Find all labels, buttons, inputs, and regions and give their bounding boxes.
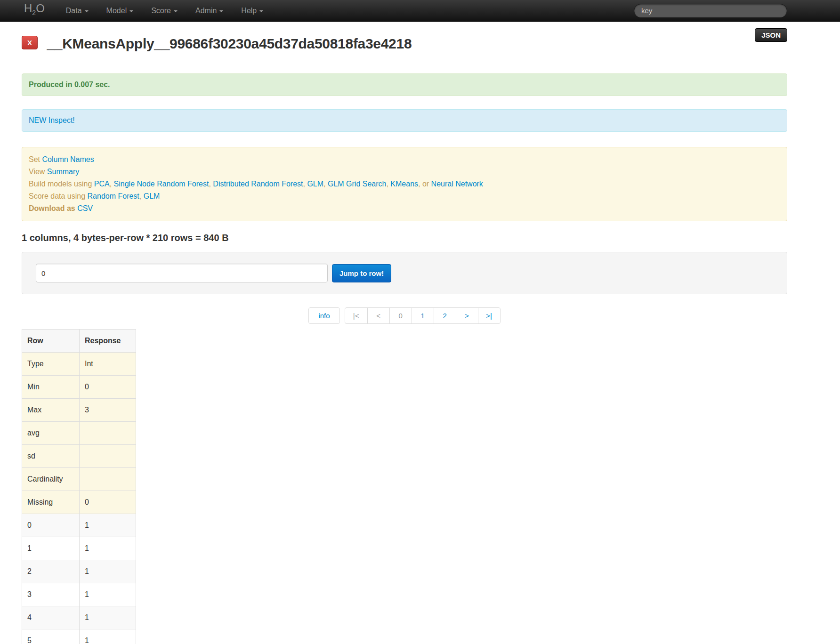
- size-heading: 1 columns, 4 bytes-per-row * 210 rows = …: [22, 233, 787, 243]
- action-link[interactable]: GLM: [307, 180, 323, 188]
- table-row: 11: [22, 537, 136, 560]
- main-content: X __KMeansApply__99686f30230a45d37da5081…: [22, 36, 787, 644]
- page-button[interactable]: 1: [412, 308, 434, 323]
- table-row: Min0: [22, 376, 136, 399]
- action-line: Build models using PCA, Single Node Rand…: [29, 178, 780, 190]
- actions-list: Set Column NamesView SummaryBuild models…: [29, 153, 780, 215]
- action-text: ,: [386, 180, 390, 188]
- action-link[interactable]: Single Node Random Forest: [114, 180, 209, 188]
- action-link[interactable]: Summary: [47, 168, 79, 176]
- action-line: View Summary: [29, 166, 780, 178]
- navbar-item-model[interactable]: Model: [97, 0, 143, 21]
- page-button: <: [367, 308, 389, 323]
- page: H2O DataModelScoreAdminHelp X __KMeansAp…: [0, 0, 840, 644]
- column-header-row: Row: [22, 330, 80, 353]
- navbar-item-score[interactable]: Score: [142, 0, 186, 21]
- action-link[interactable]: KMeans: [390, 180, 418, 188]
- table-row: 21: [22, 560, 136, 583]
- page-button[interactable]: >|: [478, 308, 500, 323]
- page-button[interactable]: 2: [434, 308, 456, 323]
- action-link[interactable]: Neural Network: [431, 180, 483, 188]
- table-row: TypeInt: [22, 353, 136, 376]
- table-row: 01: [22, 514, 136, 537]
- table-row: 41: [22, 606, 136, 629]
- table-row: Missing0: [22, 491, 136, 514]
- table-body: TypeIntMin0Max3avgsdCardinalityMissing00…: [22, 353, 136, 644]
- navbar-item-data[interactable]: Data: [57, 0, 97, 21]
- inspect-alert: NEW Inspect!: [22, 109, 787, 132]
- produced-alert: Produced in 0.007 sec.: [22, 73, 787, 96]
- page-button: |<: [345, 308, 367, 323]
- navbar-link[interactable]: Help: [232, 0, 272, 21]
- search-input[interactable]: [634, 4, 787, 18]
- pagination-group: |<<012>>|: [345, 307, 501, 324]
- close-button[interactable]: X: [22, 36, 38, 49]
- page-button[interactable]: >: [456, 308, 478, 323]
- column-header-response: Response: [80, 330, 136, 353]
- h2o-logo[interactable]: H2O: [24, 0, 45, 24]
- navbar-menu: DataModelScoreAdminHelp: [57, 0, 272, 21]
- navbar-link[interactable]: Model: [97, 0, 143, 21]
- json-button[interactable]: JSON: [755, 28, 787, 42]
- table-row: Max3: [22, 399, 136, 422]
- produced-text: Produced in 0.007 sec.: [29, 80, 110, 89]
- navbar-link[interactable]: Score: [142, 0, 186, 21]
- action-link[interactable]: CSV: [77, 204, 93, 212]
- info-button[interactable]: info: [308, 307, 339, 324]
- action-text: Score data using: [29, 192, 88, 200]
- chevron-down-icon: [219, 10, 223, 12]
- action-text: ,: [110, 180, 114, 188]
- action-text: ,: [209, 180, 213, 188]
- pagination: info |<<012>>|: [22, 307, 787, 324]
- navbar-item-help[interactable]: Help: [232, 0, 272, 21]
- table-row: 51: [22, 629, 136, 644]
- chevron-down-icon: [85, 10, 89, 12]
- action-text: ,: [323, 180, 328, 188]
- new-inspect-link[interactable]: NEW Inspect!: [29, 116, 75, 124]
- action-link[interactable]: Distributed Random Forest: [213, 180, 303, 188]
- action-text: Download as: [29, 204, 77, 212]
- table-header-row: Row Response: [22, 330, 136, 353]
- jump-panel: Jump to row!: [22, 252, 787, 294]
- action-text: ,: [139, 192, 144, 200]
- action-link[interactable]: PCA: [94, 180, 110, 188]
- navbar-link[interactable]: Data: [57, 0, 97, 21]
- table-row: 31: [22, 583, 136, 606]
- chevron-down-icon: [129, 10, 133, 12]
- page-title: __KMeansApply__99686f30230a45d37da50818f…: [47, 36, 412, 52]
- chevron-down-icon: [259, 10, 263, 12]
- navbar-inner: H2O DataModelScoreAdminHelp: [22, 0, 787, 21]
- action-text: Build models using: [29, 180, 94, 188]
- actions-box: Set Column NamesView SummaryBuild models…: [22, 147, 787, 221]
- navbar-item-admin[interactable]: Admin: [186, 0, 232, 21]
- action-text: , or: [418, 180, 431, 188]
- action-link[interactable]: Random Forest: [88, 192, 139, 200]
- page-button: 0: [389, 308, 412, 323]
- action-text: View: [29, 168, 47, 176]
- table-row: avg: [22, 422, 136, 445]
- row-number-input[interactable]: [36, 264, 328, 282]
- action-line: Download as CSV: [29, 202, 780, 215]
- jump-to-row-button[interactable]: Jump to row!: [332, 264, 391, 282]
- table-row: sd: [22, 445, 136, 468]
- table-row: Cardinality: [22, 468, 136, 491]
- chevron-down-icon: [174, 10, 178, 12]
- navbar-link[interactable]: Admin: [186, 0, 232, 21]
- navbar: H2O DataModelScoreAdminHelp: [0, 0, 840, 22]
- page-header: X __KMeansApply__99686f30230a45d37da5081…: [22, 36, 787, 58]
- inspect-table: Row Response TypeIntMin0Max3avgsdCardina…: [22, 329, 136, 644]
- action-text: Set: [29, 155, 42, 163]
- action-link[interactable]: Column Names: [42, 155, 94, 163]
- action-link[interactable]: GLM: [144, 192, 160, 200]
- action-line: Score data using Random Forest, GLM: [29, 190, 780, 202]
- action-line: Set Column Names: [29, 153, 780, 166]
- action-link[interactable]: GLM Grid Search: [328, 180, 386, 188]
